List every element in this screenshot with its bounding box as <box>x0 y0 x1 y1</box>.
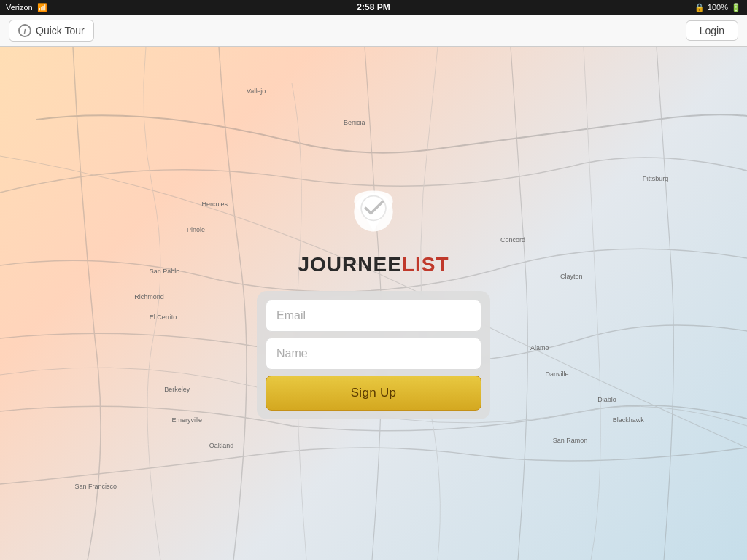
status-time: 2:58 PM <box>357 2 390 12</box>
logo-area: JOURNEELIST <box>298 187 449 276</box>
app-title: JOURNEELIST <box>298 253 449 276</box>
email-input[interactable] <box>266 300 481 332</box>
name-input[interactable] <box>266 338 481 370</box>
lock-icon: 🔒 <box>694 3 705 12</box>
app-name-bold: JOURNEE <box>298 253 401 276</box>
battery-label: 100% <box>708 3 728 12</box>
quick-tour-button[interactable]: i Quick Tour <box>9 20 94 42</box>
signup-form: Sign Up <box>257 291 490 419</box>
app-logo-icon <box>344 187 403 246</box>
login-button[interactable]: Login <box>686 20 738 41</box>
status-left: Verizon 📶 <box>6 3 47 12</box>
app-name-accent: LIST <box>402 253 449 276</box>
carrier-label: Verizon <box>6 3 33 12</box>
main-content: JOURNEELIST Sign Up <box>0 47 747 560</box>
status-bar: Verizon 📶 2:58 PM 🔒 100% 🔋 <box>0 0 747 15</box>
tour-circle-icon: i <box>18 24 31 37</box>
battery-icon: 🔋 <box>731 3 741 12</box>
signup-button[interactable]: Sign Up <box>266 376 481 411</box>
quick-tour-label: Quick Tour <box>36 25 85 36</box>
nav-bar: i Quick Tour Login <box>0 15 747 47</box>
wifi-icon: 📶 <box>37 3 47 12</box>
status-right: 🔒 100% 🔋 <box>694 3 741 12</box>
